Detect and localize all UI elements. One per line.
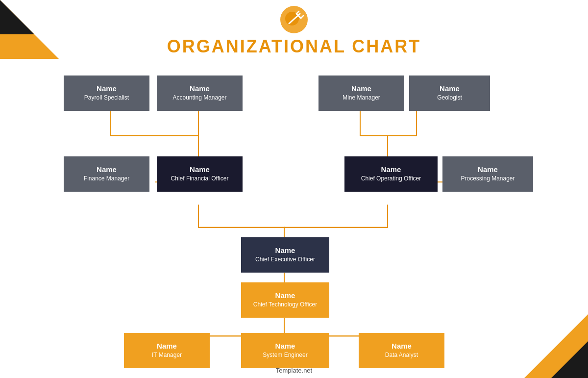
data-analyst-node: Name Data Analyst bbox=[359, 333, 444, 368]
coo-node: Name Chief Operating Officer bbox=[344, 156, 438, 192]
cto-node: Name Chief Technology Officer bbox=[241, 282, 329, 318]
ceo-node: Name Chief Executive Officer bbox=[241, 237, 329, 273]
accounting-manager-node: Name Accounting Manager bbox=[157, 76, 243, 111]
header: ORGANIZATIONAL CHART bbox=[167, 5, 421, 57]
main-container: ORGANIZATIONAL CHART bbox=[0, 0, 588, 378]
finance-manager-node: Name Finance Manager bbox=[64, 156, 149, 192]
cfo-node: Name Chief Financial Officer bbox=[157, 156, 243, 192]
processing-manager-node: Name Processing Manager bbox=[442, 156, 533, 192]
mine-manager-node: Name Mine Manager bbox=[318, 76, 404, 111]
payroll-specialist-node: Name Payroll Specialist bbox=[64, 76, 149, 111]
it-manager-node: Name IT Manager bbox=[124, 333, 210, 368]
system-engineer-node: Name System Engineer bbox=[241, 333, 329, 368]
page-title: ORGANIZATIONAL CHART bbox=[167, 36, 421, 57]
geologist-node: Name Geologist bbox=[409, 76, 490, 111]
chart-area: Name Payroll Specialist Name Accounting … bbox=[37, 61, 551, 364]
logo-icon bbox=[279, 5, 309, 34]
